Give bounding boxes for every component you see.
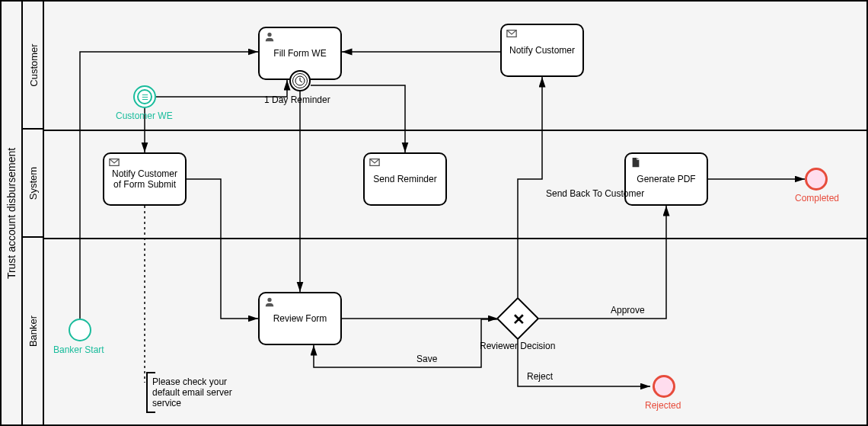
pool-name: Trust account disbursement — [5, 147, 18, 278]
document-icon — [630, 157, 641, 168]
lane-labels: Customer System Banker — [23, 2, 44, 424]
end-event-rejected[interactable] — [653, 375, 675, 398]
task-notify-customer[interactable]: Notify Customer — [500, 24, 584, 77]
gateway-reviewer-decision[interactable]: ✕ — [496, 297, 540, 341]
user-icon — [264, 31, 275, 42]
lane-divider — [44, 130, 866, 131]
lane-divider — [44, 238, 866, 239]
start-event-banker-label: Banker Start — [53, 344, 104, 355]
lane-banker: Banker — [23, 238, 44, 424]
timer-event[interactable] — [289, 70, 311, 91]
envelope-icon — [109, 157, 120, 168]
start-event-customer-we-label: Customer WE — [116, 111, 173, 121]
flow-save-label: Save — [416, 354, 437, 364]
bpmn-diagram: Trust account disbursement Customer Syst… — [0, 0, 868, 426]
end-event-completed[interactable] — [805, 168, 828, 191]
gateway-label: Reviewer Decision — [480, 341, 555, 351]
envelope-icon — [506, 28, 517, 39]
svg-point-0 — [267, 33, 271, 37]
flow-approve-label: Approve — [611, 305, 645, 315]
start-event-customer-we[interactable]: ☰ — [133, 85, 156, 108]
svg-point-5 — [267, 298, 271, 302]
user-icon — [264, 296, 275, 307]
text-annotation: Please check your default email server s… — [146, 373, 253, 412]
timer-event-label: 1 Day Reminder — [264, 94, 330, 105]
flow-send-back-label: Send Back To Customer — [546, 188, 644, 199]
task-send-reminder[interactable]: Send Reminder — [363, 152, 447, 206]
start-event-banker[interactable] — [69, 319, 91, 341]
end-event-rejected-label: Rejected — [645, 400, 681, 411]
envelope-icon — [369, 157, 380, 168]
flow-reject-label: Reject — [527, 371, 553, 382]
pool-label: Trust account disbursement — [2, 2, 23, 424]
task-review-form[interactable]: Review Form — [258, 292, 342, 345]
task-notify-submit[interactable]: Notify Customer of Form Submit — [103, 152, 187, 206]
lane-customer: Customer — [23, 2, 44, 130]
end-event-completed-label: Completed — [795, 193, 839, 203]
lane-system: System — [23, 130, 44, 238]
clock-icon — [294, 75, 306, 87]
